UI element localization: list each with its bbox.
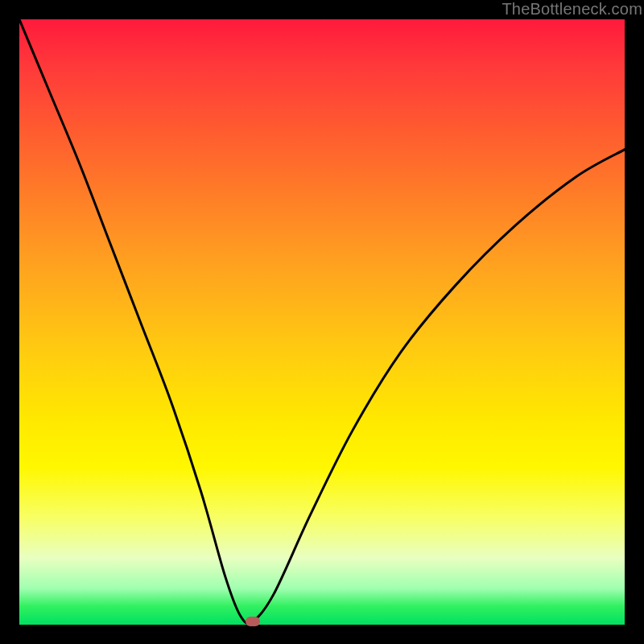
chart-frame <box>19 19 625 625</box>
bottleneck-curve <box>19 19 625 625</box>
watermark-text: TheBottleneck.com <box>502 0 642 19</box>
optimal-point-marker <box>246 617 260 626</box>
